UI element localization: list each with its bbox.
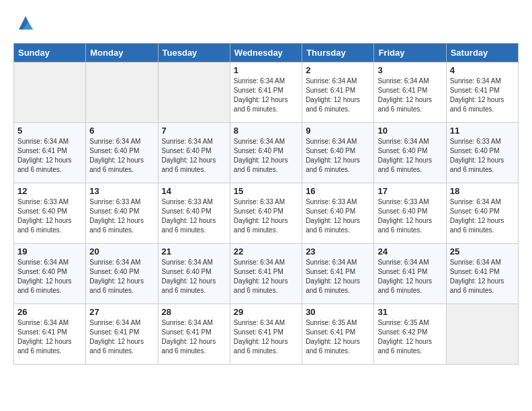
day-number: 4 [450, 65, 515, 75]
calendar-cell: 4Sunrise: 6:34 AMSunset: 6:41 PMDaylight… [446, 62, 518, 123]
cell-info: Sunrise: 6:35 AMSunset: 6:41 PMDaylight:… [306, 318, 370, 356]
calendar-cell: 8Sunrise: 6:34 AMSunset: 6:40 PMDaylight… [230, 123, 302, 183]
day-number: 25 [450, 246, 515, 257]
day-number: 9 [306, 126, 370, 136]
cell-info: Sunrise: 6:34 AMSunset: 6:40 PMDaylight:… [89, 137, 154, 175]
calendar-cell: 28Sunrise: 6:34 AMSunset: 6:41 PMDayligh… [158, 304, 230, 365]
day-number: 18 [450, 186, 515, 196]
calendar-cell: 12Sunrise: 6:33 AMSunset: 6:40 PMDayligh… [14, 183, 86, 244]
cell-info: Sunrise: 6:34 AMSunset: 6:41 PMDaylight:… [450, 258, 515, 295]
day-header-thursday: Thursday [302, 44, 374, 62]
day-number: 20 [89, 246, 154, 257]
cell-info: Sunrise: 6:34 AMSunset: 6:41 PMDaylight:… [306, 258, 370, 295]
day-number: 30 [306, 307, 370, 317]
cell-info: Sunrise: 6:34 AMSunset: 6:41 PMDaylight:… [378, 258, 442, 295]
calendar-cell: 21Sunrise: 6:34 AMSunset: 6:40 PMDayligh… [158, 244, 230, 304]
day-number: 31 [378, 307, 442, 317]
calendar-cell: 6Sunrise: 6:34 AMSunset: 6:40 PMDaylight… [86, 123, 158, 183]
cell-info: Sunrise: 6:33 AMSunset: 6:40 PMDaylight:… [162, 197, 226, 235]
day-number: 2 [306, 65, 370, 75]
day-number: 17 [378, 186, 442, 196]
cell-info: Sunrise: 6:33 AMSunset: 6:40 PMDaylight:… [378, 197, 442, 235]
calendar-cell: 18Sunrise: 6:34 AMSunset: 6:40 PMDayligh… [446, 183, 518, 244]
week-row-4: 19Sunrise: 6:34 AMSunset: 6:40 PMDayligh… [14, 244, 519, 304]
cell-info: Sunrise: 6:34 AMSunset: 6:40 PMDaylight:… [17, 258, 82, 295]
cell-info: Sunrise: 6:34 AMSunset: 6:41 PMDaylight:… [234, 77, 298, 114]
day-number: 19 [17, 246, 82, 257]
header-row: SundayMondayTuesdayWednesdayThursdayFrid… [14, 44, 519, 62]
calendar-cell: 14Sunrise: 6:33 AMSunset: 6:40 PMDayligh… [158, 183, 230, 244]
cell-info: Sunrise: 6:34 AMSunset: 6:40 PMDaylight:… [162, 137, 226, 175]
calendar-cell: 5Sunrise: 6:34 AMSunset: 6:41 PMDaylight… [14, 123, 86, 183]
cell-info: Sunrise: 6:34 AMSunset: 6:41 PMDaylight:… [89, 318, 154, 356]
day-number: 22 [234, 246, 298, 257]
cell-info: Sunrise: 6:34 AMSunset: 6:40 PMDaylight:… [450, 197, 515, 235]
calendar-cell [14, 62, 86, 123]
day-header-tuesday: Tuesday [158, 44, 230, 62]
cell-info: Sunrise: 6:34 AMSunset: 6:41 PMDaylight:… [450, 77, 515, 114]
calendar-cell: 11Sunrise: 6:33 AMSunset: 6:40 PMDayligh… [446, 123, 518, 183]
day-header-wednesday: Wednesday [230, 44, 302, 62]
calendar-cell: 27Sunrise: 6:34 AMSunset: 6:41 PMDayligh… [86, 304, 158, 365]
calendar-cell: 24Sunrise: 6:34 AMSunset: 6:41 PMDayligh… [374, 244, 446, 304]
cell-info: Sunrise: 6:34 AMSunset: 6:40 PMDaylight:… [306, 137, 370, 175]
week-row-1: 1Sunrise: 6:34 AMSunset: 6:41 PMDaylight… [14, 62, 519, 123]
cell-info: Sunrise: 6:34 AMSunset: 6:41 PMDaylight:… [17, 318, 82, 356]
day-number: 10 [378, 126, 442, 136]
week-row-5: 26Sunrise: 6:34 AMSunset: 6:41 PMDayligh… [14, 304, 519, 365]
day-number: 14 [162, 186, 226, 196]
calendar-cell: 1Sunrise: 6:34 AMSunset: 6:41 PMDaylight… [230, 62, 302, 123]
week-row-3: 12Sunrise: 6:33 AMSunset: 6:40 PMDayligh… [14, 183, 519, 244]
day-number: 5 [17, 126, 82, 136]
day-number: 29 [234, 307, 298, 317]
page-header [13, 13, 519, 32]
calendar-cell: 9Sunrise: 6:34 AMSunset: 6:40 PMDaylight… [302, 123, 374, 183]
day-header-saturday: Saturday [446, 44, 518, 62]
day-header-sunday: Sunday [14, 44, 86, 62]
calendar-cell [446, 304, 518, 365]
cell-info: Sunrise: 6:34 AMSunset: 6:41 PMDaylight:… [378, 77, 442, 114]
calendar-cell: 31Sunrise: 6:35 AMSunset: 6:42 PMDayligh… [374, 304, 446, 365]
calendar-cell: 16Sunrise: 6:33 AMSunset: 6:40 PMDayligh… [302, 183, 374, 244]
day-number: 13 [89, 186, 154, 196]
calendar-cell: 2Sunrise: 6:34 AMSunset: 6:41 PMDaylight… [302, 62, 374, 123]
day-number: 21 [162, 246, 226, 257]
calendar-cell: 22Sunrise: 6:34 AMSunset: 6:41 PMDayligh… [230, 244, 302, 304]
calendar-cell: 7Sunrise: 6:34 AMSunset: 6:40 PMDaylight… [158, 123, 230, 183]
day-number: 12 [17, 186, 82, 196]
calendar-cell: 20Sunrise: 6:34 AMSunset: 6:40 PMDayligh… [86, 244, 158, 304]
day-number: 1 [234, 65, 298, 75]
cell-info: Sunrise: 6:34 AMSunset: 6:40 PMDaylight:… [89, 258, 154, 295]
calendar-cell: 30Sunrise: 6:35 AMSunset: 6:41 PMDayligh… [302, 304, 374, 365]
calendar-cell: 15Sunrise: 6:33 AMSunset: 6:40 PMDayligh… [230, 183, 302, 244]
day-number: 23 [306, 246, 370, 257]
calendar-cell [158, 62, 230, 123]
calendar-cell: 26Sunrise: 6:34 AMSunset: 6:41 PMDayligh… [14, 304, 86, 365]
cell-info: Sunrise: 6:33 AMSunset: 6:40 PMDaylight:… [450, 137, 515, 175]
day-number: 7 [162, 126, 226, 136]
logo [13, 13, 35, 32]
calendar-cell: 3Sunrise: 6:34 AMSunset: 6:41 PMDaylight… [374, 62, 446, 123]
calendar-cell [86, 62, 158, 123]
week-row-2: 5Sunrise: 6:34 AMSunset: 6:41 PMDaylight… [14, 123, 519, 183]
cell-info: Sunrise: 6:33 AMSunset: 6:40 PMDaylight:… [17, 197, 82, 235]
calendar-table: SundayMondayTuesdayWednesdayThursdayFrid… [13, 43, 519, 365]
calendar-cell: 23Sunrise: 6:34 AMSunset: 6:41 PMDayligh… [302, 244, 374, 304]
day-number: 28 [162, 307, 226, 317]
day-header-monday: Monday [86, 44, 158, 62]
cell-info: Sunrise: 6:34 AMSunset: 6:41 PMDaylight:… [17, 137, 82, 175]
day-number: 16 [306, 186, 370, 196]
logo-icon [16, 13, 35, 32]
cell-info: Sunrise: 6:34 AMSunset: 6:40 PMDaylight:… [162, 258, 226, 295]
cell-info: Sunrise: 6:34 AMSunset: 6:40 PMDaylight:… [378, 137, 442, 175]
calendar-cell: 13Sunrise: 6:33 AMSunset: 6:40 PMDayligh… [86, 183, 158, 244]
cell-info: Sunrise: 6:34 AMSunset: 6:41 PMDaylight:… [306, 77, 370, 114]
calendar-cell: 19Sunrise: 6:34 AMSunset: 6:40 PMDayligh… [14, 244, 86, 304]
day-number: 6 [89, 126, 154, 136]
cell-info: Sunrise: 6:34 AMSunset: 6:40 PMDaylight:… [234, 137, 298, 175]
day-number: 3 [378, 65, 442, 75]
cell-info: Sunrise: 6:34 AMSunset: 6:41 PMDaylight:… [162, 318, 226, 356]
cell-info: Sunrise: 6:35 AMSunset: 6:42 PMDaylight:… [378, 318, 442, 356]
day-number: 11 [450, 126, 515, 136]
cell-info: Sunrise: 6:33 AMSunset: 6:40 PMDaylight:… [234, 197, 298, 235]
